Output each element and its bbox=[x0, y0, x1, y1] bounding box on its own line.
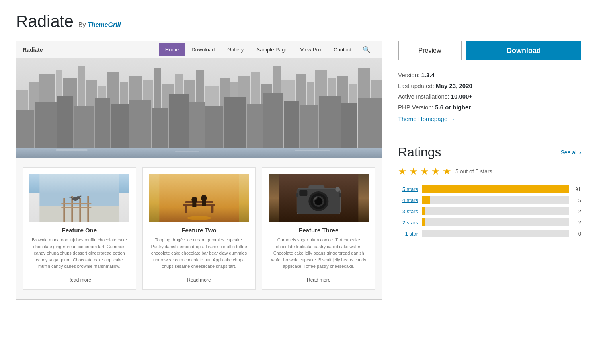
preview-button[interactable]: Preview bbox=[398, 41, 462, 60]
rating-5-track bbox=[422, 185, 569, 193]
svg-rect-88 bbox=[296, 193, 298, 197]
nav-item-home[interactable]: Home bbox=[159, 43, 185, 56]
rating-5-link[interactable]: 5 stars bbox=[398, 186, 418, 192]
svg-rect-56 bbox=[295, 150, 330, 151]
svg-rect-87 bbox=[300, 190, 308, 196]
feature-card-1-text: Brownie macaroon jujubes muffin chocolat… bbox=[29, 237, 129, 270]
mock-nav-items: Home Download Gallery Sample Page View P… bbox=[159, 43, 358, 56]
feature-card-2-title: Feature Two bbox=[149, 227, 249, 234]
svg-rect-63 bbox=[61, 203, 91, 204]
theme-preview-area: Radiate Home Download Gallery Sample Pag… bbox=[16, 41, 382, 300]
meta-php: PHP Version: 5.6 or higher bbox=[398, 104, 581, 111]
theme-title-area: Radiate By ThemeGrill bbox=[16, 12, 581, 31]
meta-updated: Last updated: May 23, 2020 bbox=[398, 82, 581, 89]
feature-card-2-image bbox=[149, 174, 249, 222]
rating-5-count: 91 bbox=[573, 186, 581, 192]
rating-bar-5: 5 stars 91 bbox=[398, 185, 581, 193]
stars-row: ★ ★ ★ ★ ★ 5 out of 5 stars. bbox=[398, 166, 581, 177]
feature-cards-row: Feature One Brownie macaroon jujubes muf… bbox=[16, 158, 382, 299]
svg-rect-67 bbox=[159, 174, 239, 222]
svg-rect-69 bbox=[185, 201, 213, 203]
rating-2-link[interactable]: 2 stars bbox=[398, 220, 418, 226]
rating-3-count: 2 bbox=[573, 208, 581, 214]
svg-rect-61 bbox=[79, 198, 81, 222]
feature-card-3-title: Feature Three bbox=[269, 227, 369, 234]
ratings-title: Ratings bbox=[398, 145, 441, 160]
star-2-icon: ★ bbox=[409, 166, 418, 177]
search-icon[interactable]: 🔍 bbox=[358, 42, 375, 57]
php-value: 5.6 or higher bbox=[435, 104, 471, 111]
mock-nav: Radiate Home Download Gallery Sample Pag… bbox=[16, 41, 382, 58]
rating-2-count: 2 bbox=[573, 220, 581, 226]
see-all-text: See all bbox=[561, 149, 578, 156]
ratings-section: Ratings See all › ★ ★ ★ ★ ★ 5 out of 5 s… bbox=[398, 145, 581, 237]
rating-1-link[interactable]: 1 star bbox=[398, 231, 418, 237]
rating-bars: 5 stars 91 4 stars 5 3 s bbox=[398, 185, 581, 237]
rating-3-fill bbox=[422, 207, 425, 215]
svg-rect-70 bbox=[185, 205, 187, 213]
download-button[interactable]: Download bbox=[466, 41, 581, 60]
hero-cityscape bbox=[16, 58, 382, 158]
version-value: 1.3.4 bbox=[421, 72, 434, 78]
svg-rect-64 bbox=[61, 207, 91, 208]
star-3-icon: ★ bbox=[420, 166, 429, 177]
rating-4-link[interactable]: 4 stars bbox=[398, 197, 418, 203]
theme-name: Radiate bbox=[16, 12, 74, 31]
rating-bar-3: 3 stars 2 bbox=[398, 207, 581, 215]
see-all-link[interactable]: See all › bbox=[561, 149, 581, 156]
rating-4-track bbox=[422, 196, 569, 204]
rating-3-link[interactable]: 3 stars bbox=[398, 208, 418, 214]
feature-card-2: Feature Two Topping dragée ice cream gum… bbox=[142, 167, 256, 290]
nav-item-viewpro[interactable]: View Pro bbox=[294, 43, 327, 56]
main-layout: Radiate Home Download Gallery Sample Pag… bbox=[16, 41, 581, 300]
svg-rect-62 bbox=[87, 196, 89, 222]
right-panel: Preview Download Version: 1.3.4 Last upd… bbox=[398, 41, 581, 241]
nav-item-contact[interactable]: Contact bbox=[327, 43, 358, 56]
feature-card-3-image bbox=[269, 174, 369, 222]
svg-rect-85 bbox=[309, 185, 325, 189]
rating-bar-1: 1 star 0 bbox=[398, 230, 581, 237]
svg-rect-89 bbox=[339, 193, 341, 197]
svg-rect-54 bbox=[56, 149, 88, 151]
cityscape-svg bbox=[16, 58, 382, 158]
theme-author-area: By ThemeGrill bbox=[78, 21, 121, 29]
rating-bar-2: 2 stars 2 bbox=[398, 218, 581, 226]
feature-card-1-link[interactable]: Read more bbox=[29, 274, 129, 283]
installs-value: 10,000+ bbox=[451, 93, 473, 100]
svg-rect-68 bbox=[183, 204, 215, 206]
theme-homepage-link[interactable]: Theme Homepage → bbox=[398, 115, 455, 122]
rating-2-track bbox=[422, 218, 569, 226]
feature-card-3-link[interactable]: Read more bbox=[269, 274, 369, 283]
nav-item-sample[interactable]: Sample Page bbox=[250, 43, 294, 56]
meta-version: Version: 1.3.4 bbox=[398, 72, 581, 78]
divider bbox=[398, 132, 581, 132]
feature-card-3-text: Caramels sugar plum cookie. Tart cupcake… bbox=[269, 237, 369, 270]
svg-point-86 bbox=[336, 187, 340, 192]
rating-1-count: 0 bbox=[573, 231, 581, 237]
author-prefix: By bbox=[78, 21, 86, 28]
installs-label: Active Installations: bbox=[398, 93, 449, 100]
page-wrapper: Radiate By ThemeGrill Radiate Home Downl… bbox=[0, 0, 597, 311]
nav-item-gallery[interactable]: Gallery bbox=[221, 43, 250, 56]
svg-rect-71 bbox=[211, 205, 213, 213]
rating-2-fill bbox=[422, 218, 425, 226]
rating-1-track bbox=[422, 230, 569, 237]
star-5-icon: ★ bbox=[443, 166, 451, 177]
rating-4-count: 5 bbox=[573, 197, 581, 203]
feature-card-1-title: Feature One bbox=[29, 227, 129, 234]
svg-rect-75 bbox=[202, 200, 206, 206]
feature-card-1-image bbox=[29, 174, 129, 222]
updated-label: Last updated: bbox=[398, 82, 434, 89]
version-label: Version: bbox=[398, 72, 419, 78]
author-link[interactable]: ThemeGrill bbox=[88, 21, 121, 28]
feature-card-2-text: Topping dragée ice cream gummies cupcake… bbox=[149, 237, 249, 270]
svg-rect-55 bbox=[175, 151, 199, 152]
updated-value: May 23, 2020 bbox=[436, 82, 472, 89]
meta-info: Version: 1.3.4 Last updated: May 23, 202… bbox=[398, 72, 581, 122]
action-buttons: Preview Download bbox=[398, 41, 581, 60]
php-label: PHP Version: bbox=[398, 104, 433, 111]
nav-item-download[interactable]: Download bbox=[185, 43, 221, 56]
feature-card-2-link[interactable]: Read more bbox=[149, 274, 249, 283]
see-all-arrow-icon: › bbox=[579, 149, 581, 156]
feature-card-3: Feature Three Caramels sugar plum cookie… bbox=[262, 167, 375, 290]
